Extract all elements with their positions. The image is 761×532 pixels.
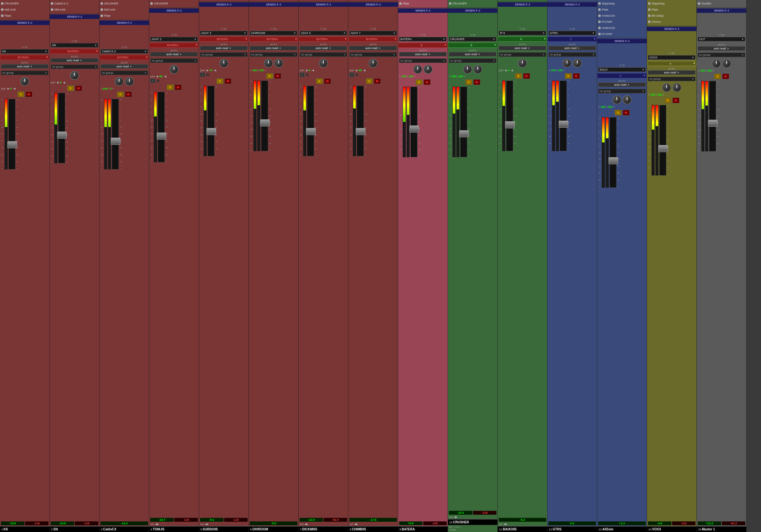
plugin-row[interactable]: Plate <box>399 1 447 6</box>
auto-mode-dropdown[interactable]: auto read ▼ <box>150 52 198 56</box>
assign-bar[interactable]: BATERA ▼ <box>249 36 298 42</box>
mute-button[interactable]: M <box>374 78 381 84</box>
sends-bar[interactable]: SENDS F-J <box>199 2 249 7</box>
pan-knob[interactable] <box>20 77 29 86</box>
fader-track[interactable] <box>158 92 165 162</box>
pan-knob-right[interactable] <box>473 65 482 74</box>
io-input-dropdown[interactable]: CaldoCX.2 ▼ <box>100 49 148 54</box>
auto-mode-dropdown[interactable]: auto read ▼ <box>549 46 596 50</box>
mute-button[interactable]: M <box>622 110 630 116</box>
pan-knob-left[interactable] <box>264 59 273 68</box>
solo-button[interactable]: S <box>316 78 323 84</box>
pan-knob[interactable] <box>319 59 328 68</box>
mute-button[interactable]: M <box>26 91 32 97</box>
plugin-row[interactable]: Mid Amb <box>1 7 48 13</box>
pan-knob-left[interactable] <box>562 59 571 68</box>
auto-mode-dropdown[interactable]: auto read ▼ <box>449 52 497 56</box>
group-dropdown[interactable]: no group ▼ <box>250 52 297 57</box>
auto-mode-dropdown[interactable]: auto read ▼ <box>698 46 745 51</box>
io-input-dropdown[interactable]: KK ▼ <box>1 49 48 54</box>
sends-bar[interactable]: SENDS F-J <box>548 2 597 7</box>
solo-button[interactable]: S <box>366 78 373 84</box>
group-dropdown[interactable]: no group ▼ <box>1 71 48 75</box>
plugin-row[interactable]: CRUSHER <box>100 1 148 6</box>
stereo-l-btn[interactable]: I <box>200 73 205 77</box>
fader-track[interactable] <box>709 81 716 151</box>
fader-handle[interactable] <box>306 128 316 135</box>
sends-bar[interactable]: SENDS F-J <box>398 8 447 13</box>
fader-handle[interactable] <box>206 128 216 135</box>
fader-handle[interactable] <box>356 128 365 135</box>
pan-knob-right[interactable] <box>274 59 283 68</box>
assign-bar[interactable]: A ▼ <box>647 61 696 66</box>
fader-track[interactable] <box>659 105 666 176</box>
solo-button[interactable]: S <box>216 78 223 84</box>
stereo-l-btn[interactable]: I <box>349 73 355 77</box>
solo-button[interactable]: S <box>416 79 423 85</box>
plugin-row[interactable]: Doubler <box>698 1 745 6</box>
fader-handle[interactable] <box>708 120 718 127</box>
io-input-dropdown[interactable]: IP 6 ▼ <box>499 31 546 35</box>
pan-knob-right[interactable] <box>673 83 681 92</box>
pan-knob-right[interactable] <box>722 59 731 68</box>
fader-track[interactable] <box>410 87 417 157</box>
assign-bar[interactable]: C ▼ <box>597 73 647 78</box>
mute-button[interactable]: M <box>573 73 580 79</box>
fader-track[interactable] <box>8 99 16 169</box>
assign-bar[interactable]: B ▼ <box>398 43 447 48</box>
auto-mode-dropdown[interactable]: auto read ▼ <box>51 58 98 63</box>
assign-bar[interactable]: B ▼ <box>498 36 547 42</box>
fader-handle[interactable] <box>409 126 419 133</box>
sends-bar[interactable]: SENDS F-J <box>0 21 49 25</box>
auto-mode-dropdown[interactable]: auto read ▼ <box>399 52 447 56</box>
fader-track[interactable] <box>112 99 119 169</box>
fader-handle[interactable] <box>157 133 166 139</box>
fader-handle[interactable] <box>459 130 469 137</box>
pan-knob[interactable] <box>518 59 527 68</box>
solo-button[interactable]: S <box>17 91 25 97</box>
fader-handle[interactable] <box>559 121 568 128</box>
auto-mode-dropdown[interactable]: auto read ▼ <box>499 46 546 50</box>
mute-button[interactable]: M <box>424 79 431 85</box>
fader-track[interactable] <box>307 86 314 156</box>
io-input-dropdown[interactable]: GTRS ▼ <box>549 31 596 35</box>
auto-mode-dropdown[interactable]: auto read ▼ <box>648 70 695 75</box>
auto-mode-dropdown[interactable]: auto read ▼ <box>349 46 397 50</box>
sends-bar[interactable]: SENDS F-J <box>50 15 99 19</box>
assign-bar[interactable]: BATERA ▼ <box>348 36 398 42</box>
group-dropdown[interactable]: no group ▼ <box>549 52 596 57</box>
solo-button[interactable]: S <box>266 73 273 79</box>
group-dropdown[interactable]: no group ▼ <box>648 77 695 81</box>
assign-bar[interactable]: BATERA ▼ <box>199 36 249 42</box>
group-dropdown[interactable]: no group ▼ <box>349 52 397 57</box>
group-dropdown[interactable]: no group ▼ <box>51 65 98 69</box>
solo-button[interactable]: S <box>565 73 572 79</box>
group-dropdown[interactable]: no group ▼ <box>100 71 148 75</box>
fader-track[interactable] <box>506 80 513 151</box>
solo-button[interactable]: S <box>714 74 721 79</box>
group-dropdown[interactable]: no group ▼ <box>399 58 447 63</box>
pan-knob-left[interactable] <box>712 59 721 68</box>
io-input-dropdown[interactable]: ADAT 3 ▼ <box>200 31 248 35</box>
auto-mode-dropdown[interactable]: auto read ▼ <box>598 82 646 87</box>
plugin-row[interactable]: SlapDelay <box>598 1 646 6</box>
assign-bar[interactable]: BATERA ▼ <box>0 55 49 60</box>
io-input-dropdown[interactable]: SN ▼ <box>51 43 98 47</box>
pan-knob[interactable] <box>369 59 378 68</box>
plugin-row[interactable]: CaldoCX.2 <box>51 1 98 6</box>
solo-button[interactable]: S <box>465 79 472 85</box>
fader-track[interactable] <box>357 86 364 156</box>
assign-bar[interactable]: BATERA ▼ <box>299 36 348 42</box>
sends-bar[interactable]: SENDS F-J <box>448 8 498 13</box>
mute-button[interactable]: M <box>324 78 331 84</box>
mute-button[interactable]: M <box>473 79 480 85</box>
stereo-l-btn[interactable]: I <box>300 73 305 77</box>
group-dropdown[interactable]: no group ▼ <box>200 52 248 57</box>
fader-handle[interactable] <box>658 145 668 152</box>
io-input-dropdown[interactable]: ADAT 2 ▼ <box>150 37 198 41</box>
solo-button[interactable]: S <box>117 91 124 97</box>
sends-bar[interactable]: SENDS F-J <box>348 2 398 7</box>
io-input-dropdown[interactable]: SOLO ▼ <box>598 67 646 72</box>
mute-button[interactable]: M <box>523 73 530 79</box>
io-input-dropdown[interactable]: BATERA ▼ <box>399 37 447 41</box>
